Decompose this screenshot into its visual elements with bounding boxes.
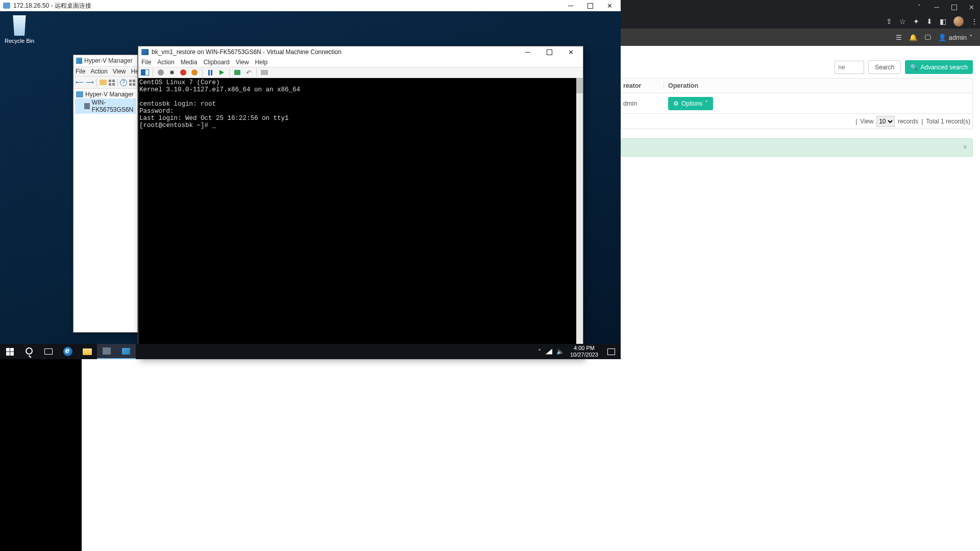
task-view-icon[interactable] bbox=[39, 344, 58, 359]
hyperv-menu-file[interactable]: File bbox=[76, 68, 85, 75]
recycle-bin-icon bbox=[10, 15, 29, 36]
user-menu[interactable]: 👤 admin ˅ bbox=[938, 34, 973, 41]
shutdown-icon[interactable] bbox=[179, 68, 188, 77]
hyperv-icon bbox=[76, 58, 82, 64]
options-button[interactable]: ⚙ Options ˅ bbox=[668, 97, 713, 110]
nav-forward-icon[interactable] bbox=[85, 78, 94, 87]
taskbar-explorer[interactable] bbox=[78, 344, 97, 359]
user-name: admin bbox=[949, 34, 967, 41]
start-button[interactable] bbox=[0, 344, 19, 359]
pause-icon[interactable] bbox=[206, 68, 215, 77]
hyperv-toolbar bbox=[74, 77, 137, 89]
browser-maximize-button[interactable] bbox=[945, 0, 963, 14]
advanced-search-button[interactable]: 🔍 Advanced search bbox=[905, 60, 973, 74]
hyperv-menu-view[interactable]: View bbox=[113, 68, 126, 75]
system-tray bbox=[535, 348, 567, 356]
vmc-menu-action[interactable]: Action bbox=[157, 59, 174, 66]
vm-connection-window[interactable]: bk_vm1_restore on WIN-FK56753GS6N - Virt… bbox=[138, 46, 583, 358]
column-creator[interactable]: reator bbox=[621, 82, 664, 89]
hyperv-menu-action[interactable]: Action bbox=[90, 68, 107, 75]
save-icon[interactable] bbox=[190, 68, 199, 77]
rdp-close-button[interactable] bbox=[601, 1, 618, 11]
rdp-minimize-button[interactable] bbox=[562, 1, 579, 11]
folder-icon[interactable] bbox=[99, 78, 107, 87]
properties-icon[interactable] bbox=[108, 78, 115, 87]
help-icon[interactable] bbox=[119, 78, 128, 87]
action-center-icon[interactable] bbox=[601, 344, 621, 359]
vm-console[interactable]: CentOS Linux 7 (Core) Kernel 3.10.0-1127… bbox=[138, 78, 576, 358]
hyperv-manager-window[interactable]: Hyper-V Manager File Action View Help bbox=[73, 55, 138, 333]
chevron-down-icon: ˅ bbox=[705, 100, 708, 107]
vmc-maximize-button[interactable] bbox=[540, 47, 558, 57]
vmc-title-text: bk_vm1_restore on WIN-FK56753GS6N - Virt… bbox=[152, 48, 341, 56]
clock-time: 4:00 PM bbox=[570, 345, 598, 352]
page-size-select[interactable]: 10 bbox=[876, 116, 895, 127]
vmc-menubar: File Action Media Clipboard View Help bbox=[138, 58, 583, 67]
browser-chrome: ˅ ⇪ ☆ ✦ ⬇ ◧ ⋮ bbox=[621, 0, 980, 29]
banner-close-icon[interactable]: × bbox=[963, 143, 967, 151]
downloads-icon[interactable]: ⬇ bbox=[926, 17, 933, 26]
hyperv-title-text: Hyper-V Manager bbox=[84, 57, 133, 64]
search-button[interactable]: Search bbox=[868, 60, 901, 74]
extensions-icon[interactable]: ✦ bbox=[913, 17, 919, 26]
vmc-menu-view[interactable]: View bbox=[236, 59, 249, 66]
user-icon: 👤 bbox=[938, 34, 946, 41]
nav-back-icon[interactable] bbox=[75, 78, 84, 87]
vmc-menu-media[interactable]: Media bbox=[181, 59, 198, 66]
tree-root[interactable]: Hyper-V Manager bbox=[75, 90, 136, 98]
page-background bbox=[82, 359, 980, 551]
tree-host-label: WIN-FK56753GS6N bbox=[92, 99, 135, 113]
advanced-search-label: Advanced search bbox=[920, 64, 968, 71]
ctrl-alt-del-icon[interactable] bbox=[140, 68, 150, 77]
reset-icon[interactable] bbox=[217, 68, 226, 77]
vmc-titlebar[interactable]: bk_vm1_restore on WIN-FK56753GS6N - Virt… bbox=[138, 46, 583, 58]
revert-icon[interactable] bbox=[244, 68, 253, 77]
rdp-icon bbox=[3, 3, 10, 9]
taskbar-clock[interactable]: 4:00 PM 10/27/2023 bbox=[567, 345, 601, 358]
volume-icon[interactable] bbox=[556, 348, 564, 355]
share-icon[interactable]: ⇪ bbox=[886, 17, 892, 26]
tray-overflow-icon[interactable] bbox=[538, 348, 542, 356]
gear-icon: ⚙ bbox=[673, 100, 679, 107]
rdp-maximize-button[interactable] bbox=[582, 1, 598, 11]
vmc-scrollbar[interactable] bbox=[576, 78, 583, 358]
vmc-menu-file[interactable]: File bbox=[141, 59, 151, 66]
pager-records-label: records bbox=[898, 118, 918, 125]
taskbar-server-manager[interactable] bbox=[97, 344, 116, 359]
list-view-icon[interactable]: ☰ bbox=[896, 34, 902, 41]
search-input[interactable] bbox=[835, 61, 864, 74]
enhanced-session-icon[interactable] bbox=[260, 68, 269, 77]
chevron-down-icon: ˅ bbox=[969, 34, 973, 41]
refresh-icon[interactable] bbox=[129, 78, 136, 87]
start-icon[interactable] bbox=[156, 68, 165, 77]
hyperv-menubar: File Action View Help bbox=[74, 66, 137, 77]
taskbar-ie[interactable] bbox=[58, 344, 78, 359]
bookmark-icon[interactable]: ☆ bbox=[899, 17, 906, 26]
browser-dropdown-icon[interactable]: ˅ bbox=[911, 0, 928, 14]
profile-avatar[interactable] bbox=[953, 16, 964, 27]
sidepanel-icon[interactable]: ◧ bbox=[940, 17, 946, 26]
kebab-menu-icon[interactable]: ⋮ bbox=[971, 17, 978, 26]
taskbar-rdp[interactable] bbox=[116, 344, 136, 359]
rdp-titlebar[interactable]: 172.18.26.50 - 远程桌面连接 bbox=[0, 0, 621, 11]
browser-minimize-button[interactable] bbox=[928, 0, 945, 14]
vmc-menu-help[interactable]: Help bbox=[255, 59, 268, 66]
checkpoint-icon[interactable] bbox=[233, 68, 242, 77]
vmc-close-button[interactable] bbox=[561, 47, 580, 57]
vmc-minimize-button[interactable] bbox=[519, 47, 537, 57]
hyperv-titlebar[interactable]: Hyper-V Manager bbox=[74, 55, 137, 66]
tree-host[interactable]: WIN-FK56753GS6N bbox=[75, 98, 136, 114]
recycle-bin[interactable]: Recycle Bin bbox=[4, 15, 35, 44]
turn-off-icon[interactable] bbox=[167, 68, 177, 77]
network-icon[interactable] bbox=[546, 349, 552, 355]
vmc-icon bbox=[141, 49, 149, 55]
hyperv-tree: Hyper-V Manager WIN-FK56753GS6N bbox=[74, 89, 137, 115]
taskbar-search-icon[interactable] bbox=[19, 344, 39, 359]
display-icon[interactable]: 🖵 bbox=[924, 34, 931, 41]
vmc-console-area: CentOS Linux 7 (Core) Kernel 3.10.0-1127… bbox=[138, 78, 583, 358]
browser-close-button[interactable] bbox=[963, 0, 980, 14]
notifications-icon[interactable]: 🔔 bbox=[909, 34, 917, 41]
server-node-icon bbox=[84, 103, 90, 109]
vmc-menu-clipboard[interactable]: Clipboard bbox=[203, 59, 229, 66]
remote-desktop[interactable]: Recycle Bin Hyper-V Manager File Action … bbox=[0, 11, 621, 359]
